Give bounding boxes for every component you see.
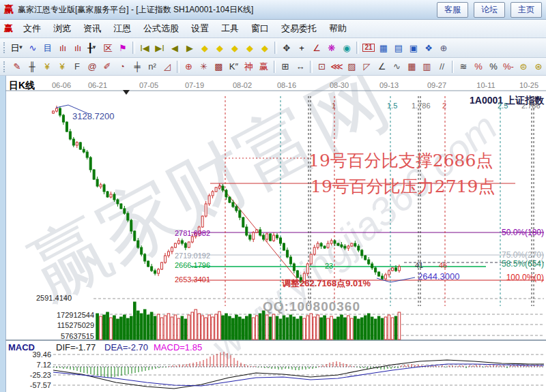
candle-body [358, 246, 360, 250]
square-web-icon[interactable]: ▩ [212, 60, 227, 74]
menu-items: 文件浏览资讯江恩公式选股设置工具窗口交易委托帮助 [17, 22, 353, 35]
brain-icon[interactable]: ◉ [339, 41, 354, 55]
candle-body [124, 209, 126, 213]
volume-bar [252, 318, 255, 340]
candle-body [100, 185, 102, 187]
grid-calc-icon[interactable]: ⊞ [278, 60, 293, 74]
menu-item-7[interactable]: 窗口 [245, 23, 275, 33]
volume-bar [320, 318, 323, 340]
ying-icon[interactable]: 赢 [257, 60, 272, 74]
ma-flag-icon[interactable]: ⚑ [115, 41, 130, 55]
menu-item-2[interactable]: 资讯 [77, 23, 107, 33]
menu-item-5[interactable]: 设置 [185, 23, 215, 33]
trend-curve-icon[interactable]: ∿ [25, 41, 40, 55]
gann-shape-icon[interactable]: ❋ [324, 41, 339, 55]
pan-hand-icon[interactable]: ✥ [279, 41, 294, 55]
menu-item-4[interactable]: 公式选股 [137, 23, 185, 33]
menu-item-0[interactable]: 文件 [17, 23, 47, 33]
kline-style-icon[interactable]: 日▼ [10, 41, 25, 55]
set-square-icon[interactable]: ◿ [160, 60, 175, 74]
radial-web-icon[interactable]: ✳ [197, 60, 212, 74]
parallel-icon[interactable]: // [435, 60, 450, 74]
chart-canvas[interactable]: 赢家财富网www.yingjia360.com06-0606-2107-0507… [0, 76, 546, 392]
zoom-right-diamond-icon[interactable]: ◆ [212, 41, 227, 55]
grid-dense-icon[interactable]: ▦ [405, 60, 420, 74]
shen-icon[interactable]: 神 [242, 60, 257, 74]
volume-bar [272, 314, 275, 340]
candle-body [283, 243, 285, 250]
angle-line-icon[interactable]: ∠ [375, 60, 390, 74]
zoom-left-diamond-icon[interactable]: ◆ [197, 41, 212, 55]
volume-bar [313, 317, 316, 340]
candle-body [330, 241, 332, 243]
red-pen-icon[interactable]: ✎ [10, 60, 25, 74]
fan-corner-icon[interactable]: ◸ [360, 60, 375, 74]
gold-circle1-icon[interactable]: ⊜ [516, 60, 531, 74]
volume-bar [157, 314, 160, 340]
k2-icon[interactable]: K″ [227, 60, 242, 74]
percent-icon[interactable]: % [486, 60, 501, 74]
titlebar-button-1[interactable]: 论坛 [474, 2, 505, 18]
candle-body [69, 132, 71, 139]
span-arrow-icon[interactable]: ↔ [293, 60, 308, 74]
next-icon[interactable]: ▶ [182, 41, 197, 55]
n-squared-icon[interactable]: n² [145, 60, 160, 74]
calendar-icon[interactable]: 21 [361, 41, 376, 55]
bars-3-icon[interactable]: ılı [55, 41, 70, 55]
titlebar-button-2[interactable]: 主页 [511, 2, 542, 18]
target-icon[interactable]: ⊕ [182, 60, 197, 74]
prev-icon[interactable]: ◀ [167, 41, 182, 55]
menu-item-8[interactable]: 交易委托 [275, 23, 323, 33]
first-page-icon[interactable]: I◀ [137, 41, 152, 55]
volume-bar [147, 315, 149, 340]
kline-panel-label: 日K线 [9, 80, 35, 91]
bars-9-icon[interactable]: ılı [70, 41, 85, 55]
menu-item-3[interactable]: 江恩 [107, 23, 137, 33]
zoom-h-diamond-icon[interactable]: ◆ [227, 41, 242, 55]
percent-line-icon[interactable]: %- [501, 60, 516, 74]
gold-ruler2-icon[interactable]: ¥ [55, 60, 70, 74]
info-note-icon[interactable]: 目 [40, 41, 55, 55]
toolbar-grip[interactable] [3, 42, 8, 53]
gold-circle2-icon[interactable]: ⊛ [531, 60, 546, 74]
toolbar-grip[interactable] [3, 61, 7, 72]
notes-icon[interactable]: ▤ [391, 41, 406, 55]
candle-body [364, 256, 367, 260]
menu-item-6[interactable]: 工具 [215, 23, 245, 33]
calculator-icon[interactable]: ▦ [376, 41, 391, 55]
fan-box-icon[interactable]: ▨ [345, 60, 360, 74]
ruler-h-icon[interactable]: ╪ [130, 60, 145, 74]
level-list-icon[interactable]: ≋ [456, 60, 471, 74]
angle-measure-icon[interactable]: ∠ [309, 41, 324, 55]
compass-pen-icon[interactable]: ✐ [100, 60, 115, 74]
export-icon[interactable]: ❖ [421, 41, 436, 55]
volume-bar [303, 318, 306, 340]
box-tool-icon[interactable]: ⊡ [315, 60, 330, 74]
candle-icon[interactable]: ╂▼ [85, 41, 100, 55]
candle-body [106, 192, 109, 197]
save-icon[interactable]: ▣ [406, 41, 421, 55]
price-2781: 2781.6982 [175, 229, 210, 237]
grid-box-icon[interactable]: ▥ [420, 60, 435, 74]
f-ruler-icon[interactable]: F [70, 60, 85, 74]
menu-item-1[interactable]: 浏览 [47, 23, 77, 33]
zoom-all-diamond-icon[interactable]: ◆ [257, 41, 272, 55]
crosshair-icon[interactable]: + [294, 41, 309, 55]
percent-tilt-icon[interactable]: % [471, 60, 486, 74]
date-label: 08-30 [330, 81, 349, 89]
gold-ruler1-icon[interactable]: ¥ [40, 60, 55, 74]
zoom-cross-diamond-icon[interactable]: ◆ [242, 41, 257, 55]
ruler-ticks-icon[interactable]: ╫ [25, 60, 40, 74]
trade-cart-icon[interactable]: ⊕ [436, 41, 451, 55]
volume-bar [174, 315, 177, 340]
wave-tool-icon[interactable]: ∿ [390, 60, 405, 74]
time-dial-icon[interactable]: ◔ [115, 60, 130, 74]
spiral-icon[interactable]: @ [85, 60, 100, 74]
kx-frame-icon[interactable]: 区 [100, 41, 115, 55]
volume-bar [222, 316, 225, 340]
menu-item-9[interactable]: 帮助 [323, 23, 353, 33]
candle-body [167, 252, 169, 256]
titlebar-button-0[interactable]: 客服 [437, 2, 468, 18]
fan-lines-icon[interactable]: ⋘ [330, 60, 345, 74]
last-page-icon[interactable]: ▶I [152, 41, 167, 55]
